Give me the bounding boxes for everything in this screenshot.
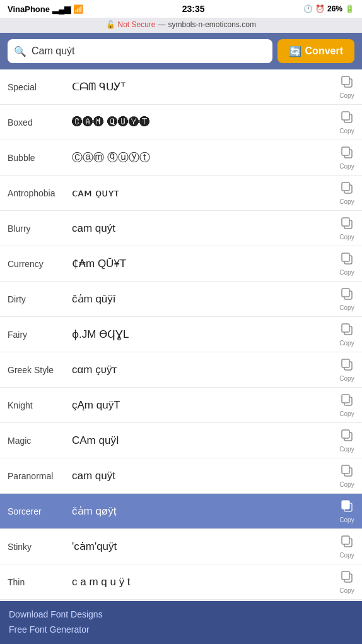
copy-icon bbox=[340, 216, 354, 233]
svg-rect-13 bbox=[342, 289, 349, 297]
table-row: Greek Stylecαm çυÿт Copy bbox=[0, 352, 362, 388]
copy-label: Copy bbox=[339, 304, 354, 311]
table-row: Blurrycam quýt Copy bbox=[0, 211, 362, 246]
svg-rect-19 bbox=[342, 395, 349, 403]
row-value-paranormal: cam quÿt bbox=[69, 470, 332, 482]
copy-button-paranormal[interactable]: Copy bbox=[332, 463, 362, 488]
svg-rect-15 bbox=[342, 324, 349, 332]
footer-link-fonts[interactable]: Download Font Designs bbox=[9, 607, 353, 623]
convert-button[interactable]: 🔄 Convert bbox=[277, 39, 354, 63]
row-value-sorcerer: čȧm qøÿț bbox=[69, 504, 332, 518]
row-value-boxed: 🅒🅐🅜 🅠🅤🅨🅣 bbox=[69, 116, 332, 129]
copy-button-fairy[interactable]: Copy bbox=[332, 322, 362, 347]
copy-label: Copy bbox=[339, 446, 354, 453]
url-separator: — bbox=[158, 20, 166, 29]
row-value-dirty: čȧm qūÿī bbox=[69, 292, 332, 306]
row-value-knight: çĄm quÿT bbox=[69, 399, 332, 412]
search-input[interactable] bbox=[32, 45, 266, 57]
copy-icon bbox=[340, 181, 354, 198]
url-text: symbols-n-emoticons.com bbox=[168, 20, 256, 29]
copy-label: Copy bbox=[339, 410, 354, 417]
table-row: Stinky'cȧm'quÿt Copy bbox=[0, 529, 362, 564]
copy-button-bubble[interactable]: Copy bbox=[332, 145, 362, 170]
table-row: Antrophobiaᴄᴀᴍ ǫᴜʏт Copy bbox=[0, 176, 362, 211]
table-row: Dirtyčȧm qūÿī Copy bbox=[0, 282, 362, 317]
copy-button-dirty[interactable]: Copy bbox=[332, 287, 362, 311]
results-table: Specialᑕᗩᗰ ᑫᑌᎩᵀ CopyBoxed🅒🅐🅜 🅠🅤🅨🅣 CopyBu… bbox=[0, 69, 362, 600]
copy-button-blurry[interactable]: Copy bbox=[332, 216, 362, 241]
copy-icon bbox=[340, 75, 354, 92]
svg-rect-27 bbox=[342, 536, 349, 544]
copy-icon bbox=[340, 287, 354, 304]
alarm-icon: ⏰ bbox=[315, 4, 325, 13]
copy-label: Copy bbox=[339, 375, 354, 382]
battery-icon: 🔋 bbox=[345, 4, 354, 13]
copy-button-knight[interactable]: Copy bbox=[332, 393, 362, 417]
search-icon: 🔍 bbox=[14, 45, 26, 57]
row-label-magic: Magic bbox=[0, 436, 69, 446]
row-label-paranormal: Paranormal bbox=[0, 471, 69, 481]
copy-button-boxed[interactable]: Copy bbox=[332, 110, 362, 134]
convert-label: Convert bbox=[305, 45, 343, 57]
table-row: Paranormalcam quÿt Copy bbox=[0, 458, 362, 494]
copy-label: Copy bbox=[339, 516, 354, 523]
table-row: MagicCAm quÿI Copy bbox=[0, 423, 362, 458]
row-value-thin: c a m q u ÿ t bbox=[69, 576, 332, 588]
copy-icon bbox=[340, 110, 354, 127]
table-row: Currency₵₳m QŬ¥T Copy bbox=[0, 246, 362, 282]
row-value-bubble: Ⓒⓐⓜ ⓠⓤⓨⓣ bbox=[69, 150, 332, 165]
row-value-fairy: ϕ.JM ϴϤƔL bbox=[69, 328, 332, 341]
row-label-thin: Thin bbox=[0, 577, 69, 587]
status-left: VinaPhone ▂▄▆ 📶 bbox=[8, 4, 83, 14]
row-label-fairy: Fairy bbox=[0, 330, 69, 340]
copy-button-magic[interactable]: Copy bbox=[332, 428, 362, 453]
row-value-blurry: cam quýt bbox=[69, 222, 332, 235]
status-right: 🕐 ⏰ 26% 🔋 bbox=[303, 4, 354, 13]
table-row: KnightçĄm quÿT Copy bbox=[0, 388, 362, 423]
row-label-antrophobia: Antrophobia bbox=[0, 188, 69, 198]
copy-button-special[interactable]: Copy bbox=[332, 75, 362, 99]
row-value-currency: ₵₳m QŬ¥T bbox=[69, 257, 332, 270]
not-secure-label: 🔓 Not Secure bbox=[106, 20, 155, 29]
url-bar[interactable]: 🔓 Not Secure — symbols-n-emoticons.com bbox=[0, 18, 362, 33]
row-label-stinky: Stinky bbox=[0, 542, 69, 552]
copy-icon bbox=[340, 393, 354, 410]
copy-icon bbox=[340, 463, 354, 480]
copy-label: Copy bbox=[339, 198, 354, 205]
row-label-blurry: Blurry bbox=[0, 224, 69, 234]
row-label-currency: Currency bbox=[0, 259, 69, 269]
copy-button-sorcerer[interactable]: Copy bbox=[332, 499, 362, 523]
carrier-label: VinaPhone bbox=[8, 4, 50, 14]
convert-icon: 🔄 bbox=[289, 45, 301, 57]
svg-rect-29 bbox=[342, 571, 349, 580]
row-value-special: ᑕᗩᗰ ᑫᑌᎩᵀ bbox=[69, 80, 332, 93]
svg-rect-25 bbox=[342, 501, 349, 509]
row-value-stinky: 'cȧm'quÿt bbox=[69, 540, 332, 553]
row-label-knight: Knight bbox=[0, 400, 69, 410]
copy-button-currency[interactable]: Copy bbox=[332, 251, 362, 276]
copy-label: Copy bbox=[339, 92, 354, 99]
copy-icon bbox=[340, 534, 354, 551]
svg-rect-9 bbox=[342, 218, 349, 226]
copy-icon bbox=[340, 145, 354, 162]
copy-button-stinky[interactable]: Copy bbox=[332, 534, 362, 559]
row-label-dirty: Dirty bbox=[0, 294, 69, 304]
copy-label: Copy bbox=[339, 269, 354, 276]
copy-button-thin[interactable]: Copy bbox=[332, 569, 362, 594]
row-value-greek: cαm çυÿт bbox=[69, 364, 332, 376]
search-input-wrap[interactable]: 🔍 bbox=[8, 39, 272, 63]
footer-link-generator[interactable]: Free Font Generator bbox=[9, 623, 353, 638]
svg-rect-23 bbox=[342, 465, 349, 474]
status-time: 23:35 bbox=[182, 4, 205, 14]
table-row: Thinc a m q u ÿ t Copy bbox=[0, 564, 362, 600]
copy-button-greek[interactable]: Copy bbox=[332, 357, 362, 382]
copy-label: Copy bbox=[339, 481, 354, 488]
svg-rect-3 bbox=[342, 112, 349, 120]
signal-icon: ▂▄▆ bbox=[52, 4, 71, 14]
copy-icon bbox=[340, 322, 354, 339]
clock-icon: 🕐 bbox=[303, 4, 313, 13]
footer: Download Font Designs Free Font Generato… bbox=[0, 601, 362, 644]
copy-icon bbox=[340, 357, 354, 374]
row-label-boxed: Boxed bbox=[0, 117, 69, 128]
copy-button-antrophobia[interactable]: Copy bbox=[332, 181, 362, 205]
